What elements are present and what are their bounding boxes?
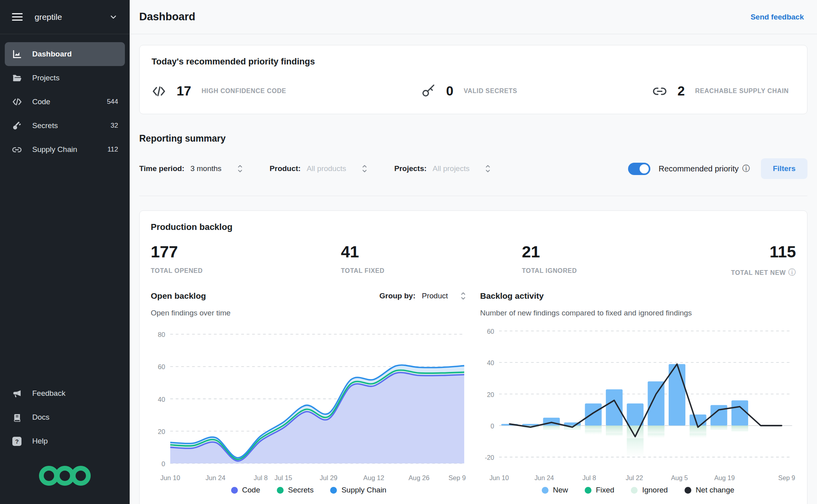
help-icon: ? [12,437,22,446]
chevron-updown-icon [460,291,467,301]
sidebar-item-dashboard[interactable]: Dashboard [5,42,125,66]
chevron-updown-icon [237,164,243,173]
filter-value: All projects [433,164,470,173]
legend-dot [685,487,691,494]
stat-high-confidence-code[interactable]: 17 HIGH CONFIDENCE CODE [152,84,286,99]
priority-findings-card: Today's recommended priority findings 17… [139,45,807,114]
folder-open-icon [12,73,22,83]
stat-label: TOTAL OPENED [151,267,341,274]
filter-value: All products [307,164,346,173]
send-feedback-link[interactable]: Send feedback [751,13,804,21]
svg-text:60: 60 [158,363,165,371]
chevron-down-icon[interactable] [109,13,118,21]
sidebar-footer: Feedback Docs ? Help [0,381,130,504]
stat-value: 0 [446,84,453,99]
stat-reachable-supply-chain[interactable]: 2 REACHABLE SUPPLY CHAIN [652,84,789,99]
svg-text:40: 40 [487,359,494,367]
backlog-card-title: Production backlog [151,222,796,232]
svg-text:Jul 29: Jul 29 [320,474,337,482]
svg-text:Sep 9: Sep 9 [448,474,466,482]
hamburger-menu-icon[interactable] [12,11,23,23]
svg-text:20: 20 [158,428,165,436]
stat-label: VALID SECRETS [464,88,517,95]
stat-value: 41 [341,243,522,261]
supply-chain-count-badge: 112 [107,146,118,154]
recommended-priority-toggle[interactable] [628,163,650,175]
sidebar-item-code[interactable]: Code 544 [5,90,125,114]
time-period-select[interactable]: Time period: 3 months [139,164,243,173]
svg-text:40: 40 [158,395,165,403]
sidebar-item-label: Secrets [32,121,58,130]
projects-select[interactable]: Projects: All projects [394,164,491,173]
legend-item-new[interactable]: New [542,486,568,494]
code-count-badge: 544 [107,98,118,106]
backlog-activity-bar-chart[interactable]: -200204060Jun 10Jun 24Jul 8Jul 22Aug 5Au… [480,322,796,483]
svg-text:Aug 12: Aug 12 [363,474,384,482]
legend-dot [585,487,591,494]
sidebar-item-label: Dashboard [32,50,72,58]
legend-item-code[interactable]: Code [231,486,260,494]
legend-item-ignored[interactable]: Ignored [631,486,667,494]
priority-stats-row: 17 HIGH CONFIDENCE CODE 0 VALID SECRETS [152,84,795,99]
stat-total-net-new: 115 TOTAL NET NEWⓘ [693,243,796,278]
svg-text:0: 0 [490,422,494,430]
backlog-activity-section: Backlog activity Number of new findings … [480,291,796,494]
stat-valid-secrets[interactable]: 0 VALID SECRETS [421,84,517,99]
charts-row: Open backlog Group by: Product Open find… [151,291,796,494]
key-icon [421,84,436,98]
product-select[interactable]: Product: All products [270,164,368,173]
info-icon[interactable]: ⓘ [742,163,750,174]
svg-text:60: 60 [487,328,494,335]
svg-text:-20: -20 [485,454,494,461]
legend-dot [542,487,549,494]
stat-value: 17 [177,84,191,99]
stat-value: 115 [693,243,796,261]
svg-text:Jun 24: Jun 24 [206,474,226,482]
sidebar-item-label: Help [32,437,48,446]
sidebar-item-docs[interactable]: Docs [5,405,125,429]
sidebar-item-projects[interactable]: Projects [5,66,125,90]
svg-text:Jul 8: Jul 8 [582,474,596,482]
sidebar-item-help[interactable]: ? Help [5,429,125,453]
link-icon [12,145,22,155]
legend-item-secrets[interactable]: Secrets [277,486,313,494]
svg-text:Jun 10: Jun 10 [160,474,180,482]
filter-label: Projects: [394,164,426,173]
chart-icon [12,49,22,59]
backlog-activity-subtitle: Number of new findings compared to fixed… [480,309,796,317]
org-switcher[interactable]: greptile [0,0,130,34]
book-icon [12,413,22,422]
stat-label: TOTAL IGNORED [522,267,693,274]
main-area: Dashboard Send feedback Today's recommen… [130,0,817,504]
org-name: greptile [35,12,62,22]
legend-item-fixed[interactable]: Fixed [585,486,614,494]
open-backlog-subtitle: Open findings over time [151,309,467,317]
legend-item-supply-chain[interactable]: Supply Chain [330,486,386,494]
svg-text:Jul 22: Jul 22 [626,474,643,482]
stat-total-opened: 177 TOTAL OPENED [151,243,341,278]
open-backlog-section: Open backlog Group by: Product Open find… [151,291,467,494]
group-by-value: Product [422,292,448,300]
legend-item-net-change[interactable]: Net change [685,486,734,494]
toggle-label: Recommended priority [659,164,739,173]
sidebar-item-secrets[interactable]: Secrets 32 [5,114,125,138]
sidebar-item-feedback[interactable]: Feedback [5,381,125,405]
group-by-select[interactable]: Group by: Product [379,291,467,301]
svg-text:80: 80 [158,331,165,339]
stat-label: TOTAL FIXED [341,267,522,274]
info-icon[interactable]: ⓘ [788,268,796,276]
stat-value: 177 [151,243,341,261]
open-backlog-area-chart[interactable]: 020406080Jun 10Jun 24Jul 8Jul 15Jul 29Au… [151,322,467,483]
svg-text:Jul 15: Jul 15 [274,474,292,482]
page-title: Dashboard [139,11,195,23]
sidebar: greptile Dashboard Projects Code [0,0,130,504]
backlog-activity-legend: New Fixed Ignored Net change [480,486,796,494]
chevron-updown-icon [484,164,491,173]
sidebar-item-label: Code [32,97,50,106]
filters-button[interactable]: Filters [761,158,807,179]
sidebar-item-supply-chain[interactable]: Supply Chain 112 [5,138,125,162]
sidebar-nav: Dashboard Projects Code 544 Secrets [0,34,130,162]
svg-text:Sep 9: Sep 9 [778,474,795,482]
key-icon [12,121,22,130]
chevron-updown-icon [361,164,368,173]
